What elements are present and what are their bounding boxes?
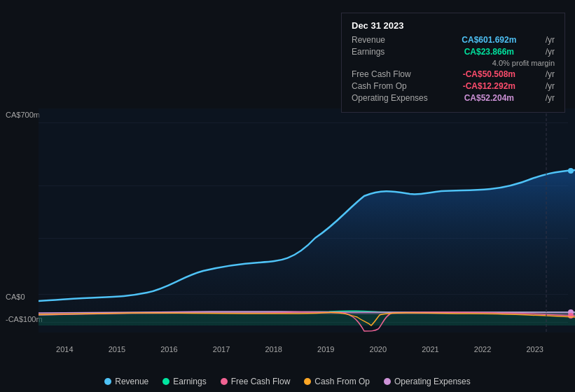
chart-svg [0, 108, 575, 332]
x-label-2020: 2020 [370, 345, 387, 354]
x-axis-labels: 2014 2015 2016 2017 2018 2019 2020 2021 … [0, 345, 575, 354]
tooltip-fcf-label: Free Cash Flow [352, 69, 436, 79]
x-label-2015: 2015 [109, 345, 125, 354]
legend-opex[interactable]: Operating Expenses [384, 377, 471, 386]
tooltip-opex-label: Operating Expenses [352, 93, 436, 103]
tooltip-panel: Dec 31 2023 Revenue CA$601.692m /yr Earn… [341, 13, 565, 113]
tooltip-cashop-label: Cash From Op [352, 81, 436, 91]
tooltip-earnings-value: CA$23.866m [464, 47, 514, 57]
legend-fcf-label: Free Cash Flow [231, 377, 291, 386]
tooltip-opex-value: CA$52.204m [464, 93, 514, 103]
x-label-2019: 2019 [317, 345, 334, 354]
legend-fcf[interactable]: Free Cash Flow [221, 377, 291, 386]
x-label-2016: 2016 [160, 345, 177, 354]
x-label-2014: 2014 [56, 345, 73, 354]
legend-revenue-label: Revenue [115, 377, 148, 386]
tooltip-fcf-row: Free Cash Flow -CA$50.508m /yr [352, 69, 555, 79]
x-label-2022: 2022 [474, 345, 491, 354]
tooltip-revenue-row: Revenue CA$601.692m /yr [352, 35, 555, 45]
chart-legend: Revenue Earnings Free Cash Flow Cash Fro… [0, 377, 575, 386]
tooltip-earnings-unit: /yr [546, 47, 555, 57]
tooltip-cashop-value: -CA$12.292m [463, 81, 515, 91]
x-label-2018: 2018 [265, 345, 282, 354]
x-label-2023: 2023 [526, 345, 543, 354]
legend-opex-label: Operating Expenses [394, 377, 471, 386]
legend-cashop[interactable]: Cash From Op [304, 377, 370, 386]
legend-earnings-dot [162, 378, 169, 385]
legend-cashop-dot [304, 378, 311, 385]
legend-earnings-label: Earnings [173, 377, 206, 386]
tooltip-fcf-unit: /yr [546, 69, 555, 79]
tooltip-cashop-unit: /yr [546, 81, 555, 91]
legend-cashop-label: Cash From Op [314, 377, 370, 386]
tooltip-opex-unit: /yr [546, 93, 555, 103]
legend-earnings[interactable]: Earnings [162, 377, 206, 386]
tooltip-earnings-label: Earnings [352, 47, 436, 57]
tooltip-date: Dec 31 2023 [352, 20, 555, 31]
tooltip-margin-value: 4.0% profit margin [492, 59, 555, 67]
tooltip-revenue-label: Revenue [352, 35, 436, 45]
legend-revenue[interactable]: Revenue [104, 377, 148, 386]
tooltip-earnings-row: Earnings CA$23.866m /yr [352, 47, 555, 57]
x-label-2017: 2017 [213, 345, 230, 354]
tooltip-opex-row: Operating Expenses CA$52.204m /yr [352, 93, 555, 103]
tooltip-margin-row: 4.0% profit margin [352, 59, 555, 67]
tooltip-revenue-unit: /yr [546, 35, 555, 45]
x-label-2021: 2021 [422, 345, 438, 354]
tooltip-revenue-value: CA$601.692m [462, 35, 516, 45]
svg-point-3 [568, 313, 574, 318]
tooltip-fcf-value: -CA$50.508m [463, 69, 515, 79]
legend-fcf-dot [221, 378, 228, 385]
svg-point-1 [568, 168, 574, 174]
legend-revenue-dot [104, 378, 111, 385]
tooltip-cashop-row: Cash From Op -CA$12.292m /yr [352, 81, 555, 91]
legend-opex-dot [384, 378, 391, 385]
